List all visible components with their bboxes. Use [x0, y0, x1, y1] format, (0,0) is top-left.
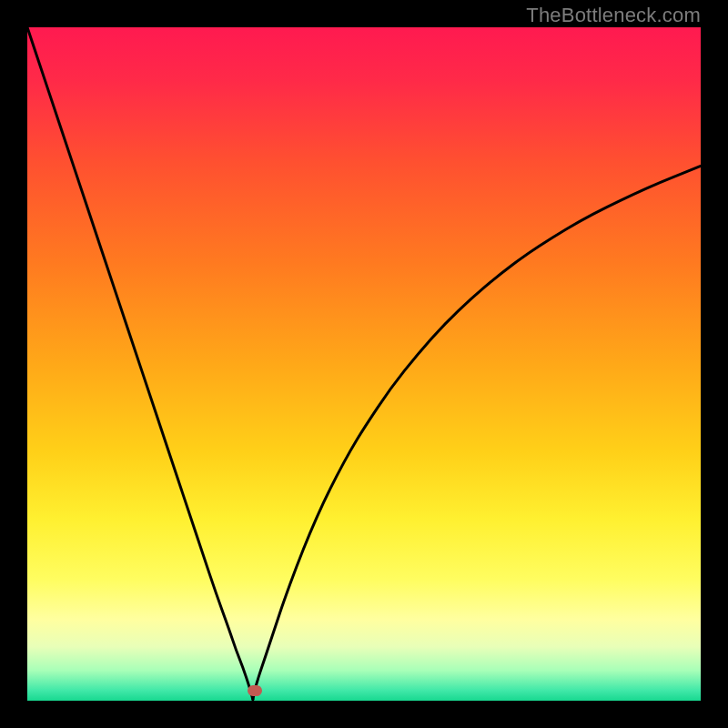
minimum-marker — [248, 685, 262, 696]
plot-frame — [27, 27, 701, 701]
curve-right-branch — [253, 166, 701, 699]
watermark-text: TheBottleneck.com — [526, 4, 701, 27]
curve-left-branch — [27, 27, 253, 700]
bottleneck-curve — [27, 27, 701, 701]
